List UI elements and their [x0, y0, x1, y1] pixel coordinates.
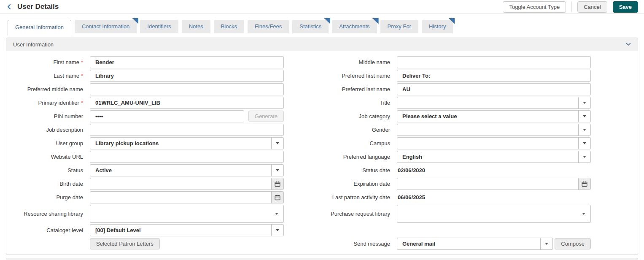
field-status-date: Status date 02/06/2020 — [302, 164, 591, 176]
header-actions: Toggle Account Type Cancel Save — [503, 1, 639, 13]
collapse-chevron-icon[interactable] — [626, 43, 631, 46]
section-title: User Information — [13, 41, 54, 48]
dropdown-caret-button[interactable] — [578, 138, 590, 149]
caret-down-icon — [276, 229, 279, 231]
expiration-date-input[interactable] — [397, 178, 578, 190]
field-first-name: First name* — [9, 56, 284, 68]
tab-notes[interactable]: Notes — [182, 20, 210, 33]
dropdown-caret-button[interactable] — [271, 138, 283, 149]
form-column-right: Middle name Preferred first name Preferr… — [302, 56, 591, 251]
form-column-left: First name* Last name* Preferred middle … — [9, 56, 284, 251]
calendar-picker-button[interactable] — [578, 178, 590, 190]
send-message-select[interactable]: General mail — [397, 238, 553, 250]
field-user-group: User group Library pickup locations — [9, 137, 284, 149]
tab-statistics[interactable]: Statistics — [292, 20, 329, 33]
tab-label: Attachments — [339, 23, 369, 30]
caret-down-icon — [583, 102, 586, 104]
middle-name-input[interactable] — [397, 57, 590, 68]
field-label: Job description — [46, 127, 83, 133]
tab-identifiers[interactable]: Identifiers — [140, 20, 178, 33]
selected-value: Active — [90, 167, 271, 173]
field-send-message: Send message General mail Compose — [302, 238, 591, 250]
field-label: Preferred middle name — [27, 86, 83, 92]
field-middle-name: Middle name — [302, 56, 591, 68]
dropdown-caret-button[interactable] — [578, 151, 590, 162]
purchase-request-library-select[interactable] — [397, 205, 591, 223]
job-description-input[interactable] — [90, 124, 283, 135]
modified-badge — [372, 18, 379, 24]
cancel-button[interactable]: Cancel — [577, 1, 607, 13]
selected-value: English — [397, 154, 578, 160]
next-section-panel — [6, 258, 638, 260]
calendar-picker-button[interactable] — [271, 178, 283, 190]
preferred-middle-name-input[interactable] — [90, 84, 283, 95]
required-marker: * — [81, 73, 83, 79]
preferred-last-name-input[interactable] — [397, 84, 590, 95]
cataloger-level-select[interactable]: [00] Default Level — [90, 224, 284, 236]
compose-message-button[interactable]: Compose — [555, 238, 591, 249]
caret-down-icon — [583, 156, 586, 158]
dropdown-caret-button[interactable] — [577, 205, 590, 222]
user-group-select[interactable]: Library pickup locations — [90, 137, 284, 149]
field-label: Job category — [359, 113, 390, 119]
user-information-header[interactable]: User Information — [6, 38, 638, 51]
dropdown-caret-button[interactable] — [540, 238, 552, 249]
tab-attachments[interactable]: Attachments — [332, 20, 377, 33]
dropdown-caret-button[interactable] — [271, 225, 283, 236]
dropdown-caret-button[interactable] — [578, 97, 590, 108]
save-button[interactable]: Save — [613, 1, 638, 13]
primary-identifier-input[interactable] — [90, 97, 283, 108]
purge-date-input[interactable] — [90, 192, 271, 203]
campus-select[interactable] — [397, 137, 591, 149]
resource-sharing-library-select[interactable] — [90, 205, 284, 223]
dropdown-caret-button[interactable] — [578, 124, 590, 135]
website-url-input[interactable] — [90, 151, 283, 162]
field-last-name: Last name* — [9, 70, 284, 82]
tab-general-information[interactable]: General Information — [8, 20, 71, 35]
first-name-input[interactable] — [90, 57, 283, 68]
title-select[interactable] — [397, 97, 591, 109]
field-primary-identifier: Primary identifier* — [9, 97, 284, 109]
field-label: Birth date — [59, 181, 83, 187]
modified-badge — [448, 18, 455, 24]
selected-value: [00] Default Level — [90, 227, 271, 233]
row-selected-patron-letters: Selected Patron Letters — [9, 238, 284, 250]
field-label: Status — [67, 167, 83, 173]
page-title: User Details — [17, 3, 59, 11]
dropdown-caret-button[interactable] — [578, 111, 590, 122]
tab-label: History — [429, 23, 446, 30]
pin-number-input[interactable] — [90, 111, 244, 122]
toggle-account-type-button[interactable]: Toggle Account Type — [503, 1, 566, 13]
selected-patron-letters-button[interactable]: Selected Patron Letters — [90, 238, 160, 249]
preferred-language-select[interactable]: English — [397, 151, 591, 163]
tab-proxy-for[interactable]: Proxy For — [380, 20, 418, 33]
tab-contact-information[interactable]: Contact Information — [75, 20, 137, 33]
birth-date-input[interactable] — [90, 178, 271, 190]
modified-badge — [132, 18, 138, 24]
last-name-input[interactable] — [90, 70, 283, 81]
next-section-header[interactable] — [6, 258, 638, 260]
modified-badge — [324, 18, 330, 24]
tab-blocks[interactable]: Blocks — [214, 20, 244, 33]
status-select[interactable]: Active — [90, 164, 284, 176]
tab-fines-fees[interactable]: Fines/Fees — [248, 20, 289, 33]
field-website-url: Website URL — [9, 151, 284, 163]
preferred-first-name-input[interactable] — [397, 70, 590, 81]
field-purge-date: Purge date — [9, 191, 284, 203]
generate-pin-button[interactable]: Generate — [248, 111, 284, 122]
tab-history[interactable]: History — [422, 20, 453, 33]
caret-down-icon — [276, 142, 279, 144]
job-category-select[interactable]: Please select a value — [397, 110, 591, 122]
back-button[interactable] — [5, 3, 13, 11]
field-label: Purge date — [56, 194, 83, 200]
header-divider — [571, 1, 572, 12]
field-job-description: Job description — [9, 124, 284, 136]
gender-select[interactable] — [397, 124, 591, 136]
caret-down-icon — [583, 142, 586, 144]
dropdown-caret-button[interactable] — [271, 165, 283, 176]
dropdown-caret-button[interactable] — [270, 205, 283, 222]
calendar-picker-button[interactable] — [271, 192, 283, 203]
field-preferred-middle-name: Preferred middle name — [9, 83, 284, 95]
tab-label: Notes — [189, 23, 203, 30]
field-label: Title — [380, 100, 390, 106]
